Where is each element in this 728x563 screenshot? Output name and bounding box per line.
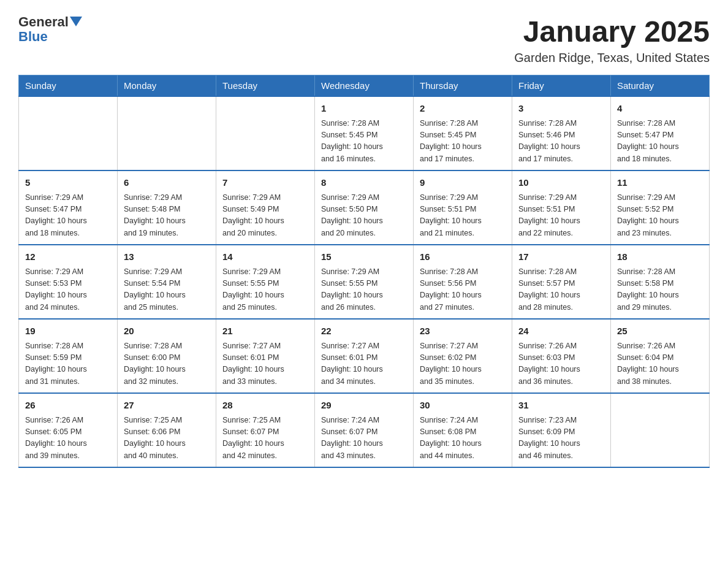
calendar-day-cell: 4Sunrise: 7:28 AM Sunset: 5:47 PM Daylig… — [611, 96, 710, 170]
calendar-day-cell: 29Sunrise: 7:24 AM Sunset: 6:07 PM Dayli… — [315, 393, 414, 467]
calendar-day-cell: 16Sunrise: 7:28 AM Sunset: 5:56 PM Dayli… — [414, 245, 512, 319]
day-number: 6 — [124, 176, 210, 190]
day-number: 21 — [222, 324, 308, 339]
day-info: Sunrise: 7:27 AM Sunset: 6:02 PM Dayligh… — [420, 340, 506, 388]
day-info: Sunrise: 7:29 AM Sunset: 5:54 PM Dayligh… — [124, 266, 210, 314]
calendar-day-cell: 27Sunrise: 7:25 AM Sunset: 6:06 PM Dayli… — [118, 393, 216, 467]
calendar-day-cell: 26Sunrise: 7:26 AM Sunset: 6:05 PM Dayli… — [19, 393, 118, 467]
calendar-day-cell: 1Sunrise: 7:28 AM Sunset: 5:45 PM Daylig… — [315, 96, 414, 170]
day-of-week-header: Monday — [118, 75, 216, 97]
day-info: Sunrise: 7:26 AM Sunset: 6:03 PM Dayligh… — [518, 340, 604, 388]
day-number: 10 — [518, 176, 604, 190]
day-of-week-header: Saturday — [611, 75, 710, 97]
day-number: 23 — [420, 324, 506, 339]
calendar-day-cell: 5Sunrise: 7:29 AM Sunset: 5:47 PM Daylig… — [19, 170, 118, 245]
day-info: Sunrise: 7:29 AM Sunset: 5:51 PM Dayligh… — [420, 192, 506, 240]
day-info: Sunrise: 7:23 AM Sunset: 6:09 PM Dayligh… — [518, 415, 604, 462]
day-of-week-header: Wednesday — [315, 75, 414, 97]
day-number: 20 — [124, 324, 210, 339]
calendar-day-cell: 17Sunrise: 7:28 AM Sunset: 5:57 PM Dayli… — [512, 245, 611, 319]
day-number: 28 — [222, 399, 308, 413]
day-number: 1 — [321, 102, 407, 116]
day-number: 9 — [420, 176, 506, 190]
day-info: Sunrise: 7:25 AM Sunset: 6:06 PM Dayligh… — [124, 415, 210, 462]
calendar-day-cell: 21Sunrise: 7:27 AM Sunset: 6:01 PM Dayli… — [216, 319, 315, 393]
month-year-title: January 2025 — [514, 15, 710, 48]
logo-general: General — [18, 15, 69, 29]
calendar-day-cell: 13Sunrise: 7:29 AM Sunset: 5:54 PM Dayli… — [118, 245, 216, 319]
day-info: Sunrise: 7:29 AM Sunset: 5:47 PM Dayligh… — [25, 192, 111, 240]
day-info: Sunrise: 7:28 AM Sunset: 5:56 PM Dayligh… — [420, 266, 506, 314]
day-info: Sunrise: 7:26 AM Sunset: 6:04 PM Dayligh… — [617, 340, 703, 388]
calendar-week-row: 1Sunrise: 7:28 AM Sunset: 5:45 PM Daylig… — [19, 96, 710, 170]
calendar-week-row: 5Sunrise: 7:29 AM Sunset: 5:47 PM Daylig… — [19, 170, 710, 245]
day-number: 13 — [124, 250, 210, 264]
calendar-day-cell — [216, 96, 315, 170]
day-info: Sunrise: 7:28 AM Sunset: 5:57 PM Dayligh… — [518, 266, 604, 314]
day-number: 30 — [420, 399, 506, 413]
day-info: Sunrise: 7:28 AM Sunset: 5:59 PM Dayligh… — [25, 340, 111, 388]
calendar-day-cell: 22Sunrise: 7:27 AM Sunset: 6:01 PM Dayli… — [315, 319, 414, 393]
day-number: 22 — [321, 324, 407, 339]
day-of-week-header: Tuesday — [216, 75, 315, 97]
day-info: Sunrise: 7:29 AM Sunset: 5:51 PM Dayligh… — [518, 192, 604, 240]
day-number: 24 — [518, 324, 604, 339]
calendar-day-cell: 14Sunrise: 7:29 AM Sunset: 5:55 PM Dayli… — [216, 245, 315, 319]
day-info: Sunrise: 7:24 AM Sunset: 6:08 PM Dayligh… — [420, 415, 506, 462]
day-of-week-header: Thursday — [414, 75, 512, 97]
day-number: 27 — [124, 399, 210, 413]
day-number: 4 — [617, 102, 703, 116]
calendar-week-row: 12Sunrise: 7:29 AM Sunset: 5:53 PM Dayli… — [19, 245, 710, 319]
calendar-table: SundayMondayTuesdayWednesdayThursdayFrid… — [18, 75, 710, 468]
day-number: 7 — [222, 176, 308, 190]
day-number: 29 — [321, 399, 407, 413]
calendar-day-cell: 30Sunrise: 7:24 AM Sunset: 6:08 PM Dayli… — [414, 393, 512, 467]
day-number: 26 — [25, 399, 111, 413]
calendar-day-cell — [19, 96, 118, 170]
day-number: 12 — [25, 250, 111, 264]
day-info: Sunrise: 7:29 AM Sunset: 5:49 PM Dayligh… — [222, 192, 308, 240]
day-info: Sunrise: 7:29 AM Sunset: 5:55 PM Dayligh… — [321, 266, 407, 314]
day-number: 3 — [518, 102, 604, 116]
calendar-week-row: 19Sunrise: 7:28 AM Sunset: 5:59 PM Dayli… — [19, 319, 710, 393]
calendar-day-cell: 18Sunrise: 7:28 AM Sunset: 5:58 PM Dayli… — [611, 245, 710, 319]
day-number: 18 — [617, 250, 703, 264]
calendar-day-cell: 8Sunrise: 7:29 AM Sunset: 5:50 PM Daylig… — [315, 170, 414, 245]
logo-triangle-icon — [70, 17, 82, 26]
logo: General Blue — [18, 15, 82, 44]
day-of-week-header: Friday — [512, 75, 611, 97]
calendar-day-cell: 20Sunrise: 7:28 AM Sunset: 6:00 PM Dayli… — [118, 319, 216, 393]
day-info: Sunrise: 7:27 AM Sunset: 6:01 PM Dayligh… — [321, 340, 407, 388]
day-number: 5 — [25, 176, 111, 190]
day-number: 19 — [25, 324, 111, 339]
day-info: Sunrise: 7:29 AM Sunset: 5:53 PM Dayligh… — [25, 266, 111, 314]
day-info: Sunrise: 7:28 AM Sunset: 5:46 PM Dayligh… — [518, 118, 604, 166]
calendar-day-cell: 19Sunrise: 7:28 AM Sunset: 5:59 PM Dayli… — [19, 319, 118, 393]
day-info: Sunrise: 7:26 AM Sunset: 6:05 PM Dayligh… — [25, 415, 111, 462]
calendar-day-cell — [118, 96, 216, 170]
calendar-day-cell: 11Sunrise: 7:29 AM Sunset: 5:52 PM Dayli… — [611, 170, 710, 245]
day-of-week-header: Sunday — [19, 75, 118, 97]
day-info: Sunrise: 7:28 AM Sunset: 5:58 PM Dayligh… — [617, 266, 703, 314]
day-info: Sunrise: 7:29 AM Sunset: 5:48 PM Dayligh… — [124, 192, 210, 240]
day-info: Sunrise: 7:25 AM Sunset: 6:07 PM Dayligh… — [222, 415, 308, 462]
calendar-day-cell: 3Sunrise: 7:28 AM Sunset: 5:46 PM Daylig… — [512, 96, 611, 170]
day-number: 14 — [222, 250, 308, 264]
title-block: January 2025 Garden Ridge, Texas, United… — [514, 15, 710, 65]
calendar-day-cell: 6Sunrise: 7:29 AM Sunset: 5:48 PM Daylig… — [118, 170, 216, 245]
calendar-day-cell: 15Sunrise: 7:29 AM Sunset: 5:55 PM Dayli… — [315, 245, 414, 319]
day-info: Sunrise: 7:29 AM Sunset: 5:52 PM Dayligh… — [617, 192, 703, 240]
calendar-day-cell — [611, 393, 710, 467]
calendar-day-cell: 12Sunrise: 7:29 AM Sunset: 5:53 PM Dayli… — [19, 245, 118, 319]
day-info: Sunrise: 7:28 AM Sunset: 5:45 PM Dayligh… — [321, 118, 407, 166]
calendar-week-row: 26Sunrise: 7:26 AM Sunset: 6:05 PM Dayli… — [19, 393, 710, 467]
logo-blue: Blue — [18, 29, 48, 44]
calendar-day-cell: 28Sunrise: 7:25 AM Sunset: 6:07 PM Dayli… — [216, 393, 315, 467]
calendar-day-cell: 10Sunrise: 7:29 AM Sunset: 5:51 PM Dayli… — [512, 170, 611, 245]
calendar-day-cell: 7Sunrise: 7:29 AM Sunset: 5:49 PM Daylig… — [216, 170, 315, 245]
day-info: Sunrise: 7:24 AM Sunset: 6:07 PM Dayligh… — [321, 415, 407, 462]
location-subtitle: Garden Ridge, Texas, United States — [514, 51, 710, 65]
page-header: General Blue January 2025 Garden Ridge, … — [18, 15, 710, 65]
day-number: 25 — [617, 324, 703, 339]
day-number: 8 — [321, 176, 407, 190]
